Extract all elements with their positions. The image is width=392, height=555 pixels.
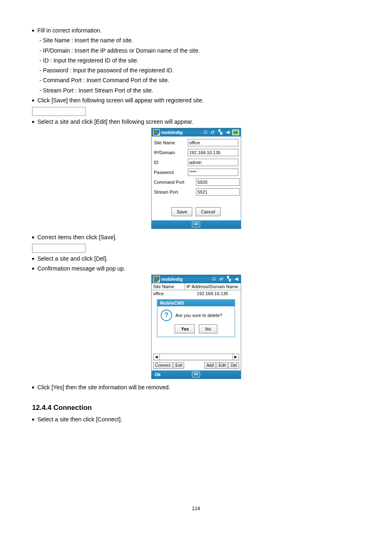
sync-icon: ⇄ (219, 276, 224, 282)
action-bar: Connect Exit Add Edit Del (152, 360, 241, 370)
field-label: ID (154, 160, 186, 165)
ip-domain-field[interactable] (188, 149, 238, 156)
window-footer: ⌨ (152, 220, 241, 229)
body-text: Select a site and click [Del]. (32, 254, 360, 263)
password-field[interactable] (188, 169, 238, 176)
popup-title: MobileCMS (157, 300, 235, 306)
scroll-left-icon[interactable]: ◀ (154, 354, 160, 360)
list-item[interactable]: office 192.168.10.135 (152, 290, 241, 297)
body-text: Click [Yes] then the site information wi… (32, 383, 360, 391)
column-header: Site Name (152, 283, 185, 290)
ok-softkey[interactable]: Ok (155, 372, 161, 377)
volume-icon: ◀ (225, 130, 231, 135)
check-icon: ☑ (203, 130, 208, 135)
document-page: Fill in correct information. Site Name :… (0, 0, 392, 528)
field-label: Password (154, 170, 186, 175)
confirm-popup: MobileCMS ? Are you sure to delete? Yes … (157, 299, 235, 337)
check-icon: ☑ (211, 276, 217, 282)
command-port-field[interactable] (196, 178, 240, 186)
del-button[interactable]: Del (228, 362, 239, 369)
field-label: Command Port (154, 180, 186, 185)
cell-site-name: office (152, 290, 184, 297)
body-text: Password : Input the password of the reg… (32, 66, 360, 74)
column-header: IP Address/Domain Name (185, 283, 241, 290)
horizontal-scrollbar[interactable]: ◀ ▶ (153, 354, 239, 360)
no-button[interactable]: No (199, 324, 217, 333)
app-flag-icon (153, 276, 160, 282)
keyboard-icon[interactable]: ⌨ (192, 222, 200, 227)
body-text: Correct items then click [Save]. (32, 233, 360, 241)
scroll-right-icon[interactable]: ▶ (233, 354, 239, 360)
body-text: Click [Save] then following screen will … (32, 96, 360, 104)
placeholder-box (32, 244, 85, 253)
window-titlebar: mobiledlg ☑ ⇄ ▚ ◀ ok (152, 128, 241, 136)
page-number: 114 (32, 506, 360, 511)
window-title: mobiledlg (161, 130, 183, 135)
cell-ip: 192.168.10.135 (184, 290, 241, 297)
edit-dialog-screenshot: mobiledlg ☑ ⇄ ▚ ◀ ok Site Name IP/Domain (151, 128, 241, 229)
list-header: Site Name IP Address/Domain Name (152, 283, 241, 290)
connect-button[interactable]: Connect (153, 362, 173, 369)
window-footer: Ok ⌨ (152, 370, 241, 379)
field-label: IP/Domain (154, 150, 186, 155)
field-label: Site Name (154, 140, 186, 145)
add-button[interactable]: Add (204, 362, 216, 369)
placeholder-box (32, 107, 85, 116)
signal-icon: ▚ (217, 130, 223, 135)
stream-port-field[interactable] (196, 188, 240, 196)
window-titlebar: mobiledlg ☑ ⇄ ▚ ◀ (152, 275, 241, 283)
signal-icon: ▚ (226, 276, 232, 282)
body-text: Confirmation message will pop up. (32, 264, 360, 273)
body-text: Stream Port : Insert Stream Port of the … (32, 86, 360, 95)
site-name-field[interactable] (188, 139, 238, 146)
ok-button[interactable]: ok (232, 130, 239, 135)
popup-message: Are you sure to delete? (175, 313, 222, 318)
question-icon: ? (161, 310, 172, 321)
edit-button[interactable]: Edit (217, 362, 228, 369)
body-text: ID : Input the registered ID of the site… (32, 56, 360, 65)
keyboard-icon[interactable]: ⌨ (192, 372, 200, 377)
yes-button[interactable]: Yes (175, 324, 195, 333)
save-button[interactable]: Save (171, 207, 192, 216)
body-text: Command Port : Insert Command Port of th… (32, 76, 360, 84)
body-text: Select a site and click [Edit] then foll… (32, 118, 360, 126)
delete-dialog-screenshot: mobiledlg ☑ ⇄ ▚ ◀ Site Name IP Address/D… (151, 275, 241, 379)
body-text: IP/Domain : Insert the IP address or Dom… (32, 46, 360, 55)
cancel-button[interactable]: Cancel (196, 207, 220, 216)
volume-icon: ◀ (233, 276, 239, 282)
field-label: Stream Port (154, 190, 186, 194)
body-text: Site Name : Insert the name of site. (32, 36, 360, 44)
body-text: Fill in correct information. (32, 26, 360, 35)
section-heading: 12.4.4 Connection (32, 404, 360, 412)
window-title: mobiledlg (161, 277, 183, 282)
sync-icon: ⇄ (210, 130, 216, 135)
id-field[interactable] (188, 159, 238, 166)
body-text: Select a site then click [Connect]. (32, 415, 360, 423)
app-flag-icon (153, 129, 160, 136)
exit-button[interactable]: Exit (173, 362, 184, 369)
